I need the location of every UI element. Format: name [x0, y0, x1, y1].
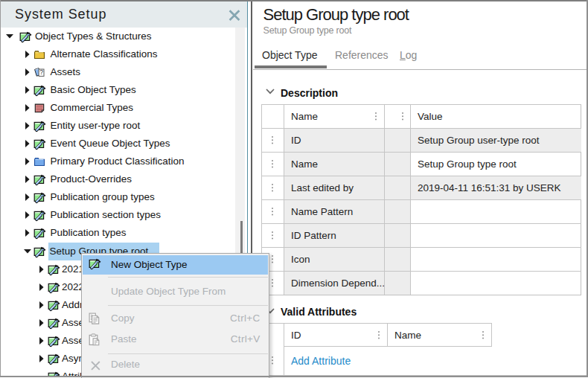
svg-text:?: ?	[39, 68, 43, 76]
